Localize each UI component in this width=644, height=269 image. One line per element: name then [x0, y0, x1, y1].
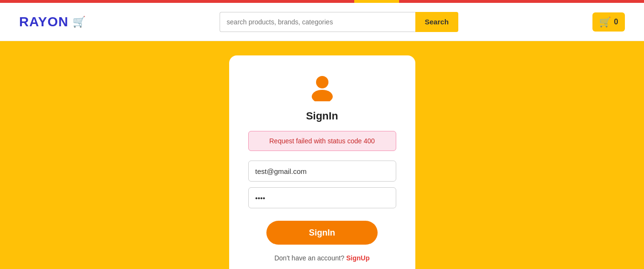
footer-text: Don't have an account? [274, 254, 345, 262]
logo-cart-icon: 🛒 [73, 16, 85, 28]
search-area: Search [220, 12, 458, 32]
signin-button[interactable]: SignIn [266, 221, 378, 245]
email-field-group [248, 161, 396, 182]
signup-link[interactable]: SignUp [346, 254, 370, 262]
header: RAYON 🛒 Search 🛒 0 [0, 3, 644, 41]
password-input[interactable] [248, 187, 396, 208]
email-input[interactable] [248, 161, 396, 182]
user-icon-wrap [308, 73, 337, 103]
user-icon [308, 73, 337, 101]
signin-card: SignIn Request failed with status code 4… [229, 55, 415, 269]
cart-icon: 🛒 [599, 16, 611, 28]
search-button[interactable]: Search [415, 12, 458, 32]
cart-button[interactable]: 🛒 0 [592, 12, 625, 32]
cart-count: 0 [614, 18, 618, 26]
password-field-group [248, 187, 396, 208]
svg-point-1 [312, 90, 333, 101]
svg-point-0 [316, 76, 328, 88]
card-footer: Don't have an account? SignUp [274, 254, 370, 262]
logo-area[interactable]: RAYON 🛒 [19, 14, 85, 30]
search-input[interactable] [220, 12, 415, 32]
error-banner: Request failed with status code 400 [248, 131, 396, 151]
signin-title: SignIn [306, 110, 338, 122]
logo-text: RAYON [19, 14, 69, 30]
main-content: SignIn Request failed with status code 4… [0, 41, 644, 269]
